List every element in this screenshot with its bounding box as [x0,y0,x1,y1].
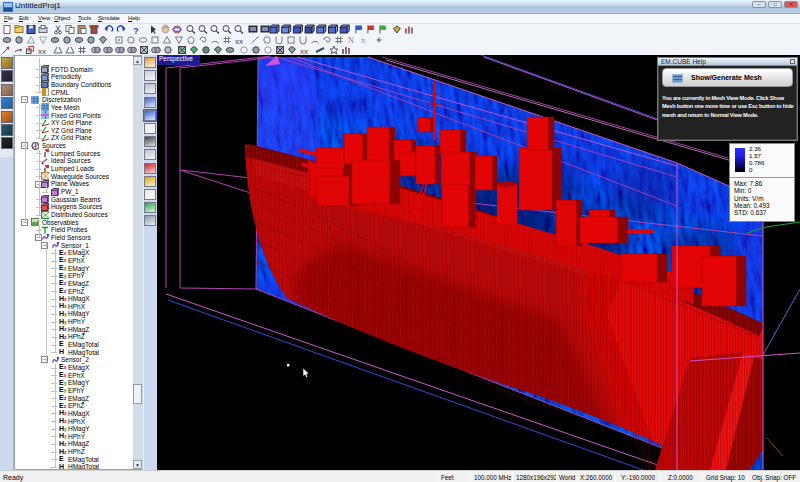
svg-text:xx: xx [300,47,308,56]
svg-text:N: N [348,36,354,45]
svg-text:xx: xx [235,37,243,46]
svg-text:π: π [361,36,365,45]
svg-text:?: ? [133,26,139,36]
svg-text:xx: xx [38,47,46,56]
